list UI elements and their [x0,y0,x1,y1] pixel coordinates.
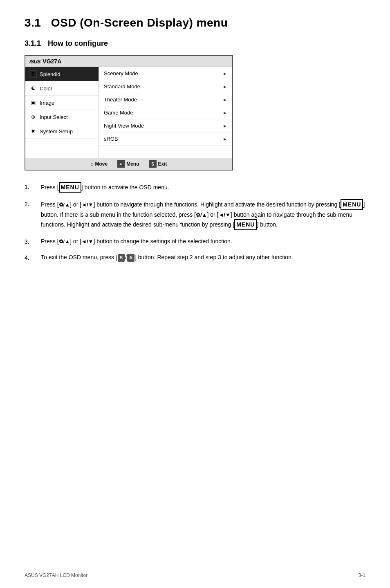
osd-body: S Splendid ☯ Color ▣ Image ⊕ Input Selec… [25,67,232,158]
nav-icon-3: ✿/▲ [196,211,207,220]
asus-logo: /SUS [29,58,40,65]
color-icon: ☯ [29,85,37,92]
game-mode-arrow: ► [223,110,227,115]
move-icon: ↕ [90,161,93,167]
menu-icon: ↵ [117,160,125,168]
exit-icon: S [149,160,157,168]
osd-model: VG27A [43,58,61,65]
nav-icon-2: ◄/▼ [81,201,93,209]
osd-dialog: /SUS VG27A S Splendid ☯ Color ▣ Image ⊕ [25,55,233,171]
instruction-1-num: 1. [25,182,41,191]
footer-move: ↕ Move [90,161,108,167]
page-title: 3.1 OSD (On-Screen Display) menu [25,16,365,29]
instruction-1: 1. Press [MENU] button to activate the O… [25,182,365,193]
osd-titlebar: /SUS VG27A [25,56,232,67]
theater-mode-arrow: ► [223,97,227,102]
footer-page-number: 3-1 [359,572,365,578]
footer-exit: S Exit [149,160,167,168]
instruction-3-text: Press [✿/▲] or [◄/▼] button to change th… [41,237,365,246]
nav-icon-5: ✿/▲ [59,238,70,246]
instructions-list: 1. Press [MENU] button to activate the O… [25,182,365,263]
sidebar-item-image[interactable]: ▣ Image [25,96,99,110]
footer-product-name: ASUS VG27AH LCD Monitor [25,572,87,578]
right-item-theater[interactable]: Theater Mode ► [99,93,232,106]
sidebar-item-system-setup[interactable]: ✖ System Setup [25,124,99,139]
right-item-game[interactable]: Game Mode ► [99,106,232,119]
nav-icon-1: ✿/▲ [59,201,70,209]
footer-menu: ↵ Menu [117,160,139,168]
osd-left-menu: S Splendid ☯ Color ▣ Image ⊕ Input Selec… [25,67,99,158]
instruction-4: 4. To exit the OSD menu, press [S/A] but… [25,253,365,262]
footer-exit-label: Exit [158,161,167,167]
theater-mode-label: Theater Mode [104,97,137,103]
subsection-title: 3.1.1 How to configure [25,39,365,48]
footer-menu-label: Menu [126,161,139,167]
sidebar-item-splendid-label: Splendid [40,71,61,77]
subsection-label: How to configure [48,39,108,47]
sidebar-item-image-label: Image [40,100,54,106]
night-view-mode-label: Night View Mode [104,123,144,129]
game-mode-label: Game Mode [104,110,133,116]
sidebar-item-color-label: Color [40,85,52,92]
nav-icon-6: ◄/▼ [81,238,93,246]
standard-mode-arrow: ► [223,84,227,89]
exit-btn-icon: S [118,254,125,262]
scenery-mode-label: Scenery Mode [104,70,138,76]
sidebar-item-color[interactable]: ☯ Color [25,81,99,96]
osd-footer: ↕ Move ↵ Menu S Exit [25,158,232,170]
a-btn-icon: A [127,254,134,262]
menu-key-2b: MENU [234,219,257,230]
section-number: 3.1 [25,16,41,29]
srgb-arrow: ► [223,137,227,141]
osd-right-spacer [99,146,232,158]
menu-key-2a: MENU [341,199,363,210]
scenery-mode-arrow: ► [223,71,227,76]
standard-mode-label: Standard Mode [104,83,140,90]
right-item-srgb[interactable]: sRGB ► [99,132,232,146]
page-footer: ASUS VG27AH LCD Monitor 3-1 [0,569,390,578]
instruction-2-num: 2. [25,199,41,209]
input-select-icon: ⊕ [29,113,37,121]
night-view-mode-arrow: ► [223,123,227,128]
section-title: OSD (On-Screen Display) menu [51,16,228,29]
right-item-nightview[interactable]: Night View Mode ► [99,119,232,132]
instruction-2-text: Press [✿/▲] or [◄/▼] button to navigate … [41,199,365,230]
footer-move-label: Move [95,161,108,167]
osd-right-menu: Scenery Mode ► Standard Mode ► Theater M… [99,67,232,158]
right-item-standard[interactable]: Standard Mode ► [99,80,232,93]
subsection-number: 3.1.1 [25,39,41,47]
sidebar-item-system-setup-label: System Setup [40,128,73,135]
sidebar-item-input-select[interactable]: ⊕ Input Select [25,110,99,124]
instruction-1-text: Press [MENU] button to activate the OSD … [41,182,365,193]
sidebar-item-input-select-label: Input Select [40,114,68,120]
srgb-label: sRGB [104,136,118,142]
instruction-3-num: 3. [25,237,41,246]
instruction-4-text: To exit the OSD menu, press [S/A] button… [41,253,365,262]
system-setup-icon: ✖ [29,128,37,135]
right-item-scenery[interactable]: Scenery Mode ► [99,67,232,80]
instruction-3: 3. Press [✿/▲] or [◄/▼] button to change… [25,237,365,246]
nav-icon-4: ◄/▼ [219,211,231,220]
sidebar-item-splendid[interactable]: S Splendid [25,67,99,81]
splendid-icon: S [29,70,37,78]
menu-key-1: MENU [59,182,81,193]
image-icon: ▣ [29,99,37,106]
instruction-2: 2. Press [✿/▲] or [◄/▼] button to naviga… [25,199,365,230]
instruction-4-num: 4. [25,253,41,262]
